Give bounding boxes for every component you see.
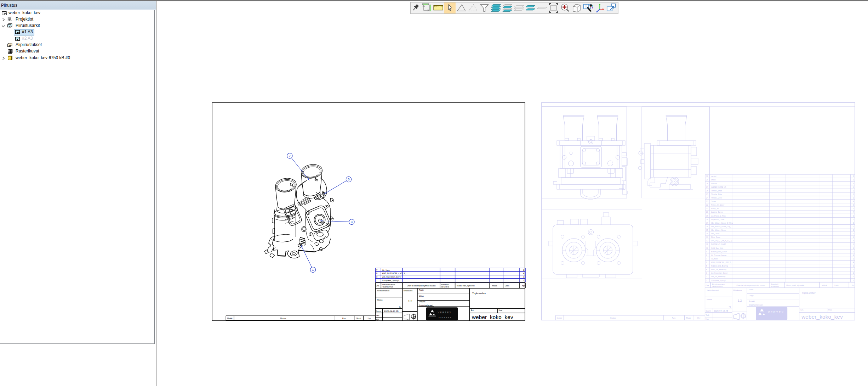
svg-text:Merkki: Merkki — [227, 317, 233, 319]
svg-text:tai luettelo: tai luettelo — [441, 286, 449, 288]
svg-text:Muutt.: Muutt. — [356, 317, 361, 319]
svg-text:Hyv: Hyv — [368, 317, 371, 319]
svg-text:Tark.: Tark. — [376, 314, 380, 317]
svg-text:Piirustusnumero: Piirustusnumero — [382, 284, 395, 286]
svg-text:Muoto, malli, lajimerkki: Muoto, malli, lajimerkki — [457, 285, 475, 287]
svg-text:Liittyy: Liittyy — [419, 295, 424, 297]
svg-text:1: 1 — [312, 268, 314, 272]
svg-text:Muutos: Muutos — [280, 317, 286, 319]
svg-text:Kpl: Kpl — [522, 285, 525, 287]
svg-text:1:2: 1:2 — [408, 300, 412, 303]
svg-text:7: 7 — [376, 269, 377, 271]
svg-text:6: 6 — [376, 272, 377, 274]
svg-text:4: 4 — [523, 272, 524, 274]
svg-text:2: 2 — [523, 269, 524, 271]
svg-text:Jet_Inspection_Cover: Jet_Inspection_Cover — [382, 276, 401, 278]
svg-text:3: 3 — [376, 276, 377, 278]
svg-text:Importweberaari: Importweberaari — [419, 304, 433, 306]
svg-text:SYSTEMS: SYSTEMS — [439, 317, 452, 319]
svg-text:3: 3 — [351, 220, 353, 224]
svg-text:Massa: Massa — [377, 299, 382, 301]
svg-text:Ent.: Ent. — [471, 309, 474, 311]
svg-text:Tuote: Tuote — [419, 289, 424, 291]
svg-text:1: 1 — [523, 276, 524, 278]
svg-text:VERTEX: VERTEX — [438, 311, 452, 314]
svg-text:weber_koko_kev: weber_koko_kev — [472, 314, 513, 320]
svg-text:Tavaratunnus: Tavaratunnus — [382, 286, 393, 288]
svg-text:Osa: Osa — [376, 285, 379, 287]
svg-text:Projekti: Projekti — [419, 301, 425, 303]
svg-text:Standardi: Standardi — [441, 284, 449, 286]
svg-text:Laatu: Laatu — [505, 285, 509, 287]
svg-text:Yleistoleranssit: Yleistoleranssit — [377, 290, 389, 292]
svg-text:6: 6 — [348, 177, 349, 181]
svg-text:Uusi: Uusi — [499, 309, 502, 311]
svg-text:Tupla-weber: Tupla-weber — [472, 292, 486, 295]
svg-text:ANB_B18.24.5M_-_M5_X_...: ANB_B18.24.5M_-_M5_X_... — [382, 272, 408, 274]
svg-text:Air_Horn: Air_Horn — [382, 269, 390, 271]
svg-text:Suunn: Suunn — [376, 310, 381, 312]
svg-text:1: 1 — [376, 279, 377, 281]
svg-text:2025-04-16 JB: 2025-04-16 JB — [384, 310, 399, 312]
svg-text:7: 7 — [289, 154, 291, 158]
svg-text:Mittakaava: Mittakaava — [404, 290, 412, 292]
svg-text:Määrä: Määrä — [492, 285, 497, 287]
svg-text:Osan tai kokoonpanoryhmän kuva: Osan tai kokoonpanoryhmän kuvaus — [407, 285, 436, 287]
svg-text:Pvm: Pvm — [342, 317, 346, 319]
svg-text:Compress_Spring1: Compress_Spring1 — [382, 279, 399, 281]
svg-text:2: 2 — [523, 279, 524, 281]
svg-text:Hyv.: Hyv. — [376, 318, 379, 320]
svg-text:kg: kg — [399, 306, 401, 308]
